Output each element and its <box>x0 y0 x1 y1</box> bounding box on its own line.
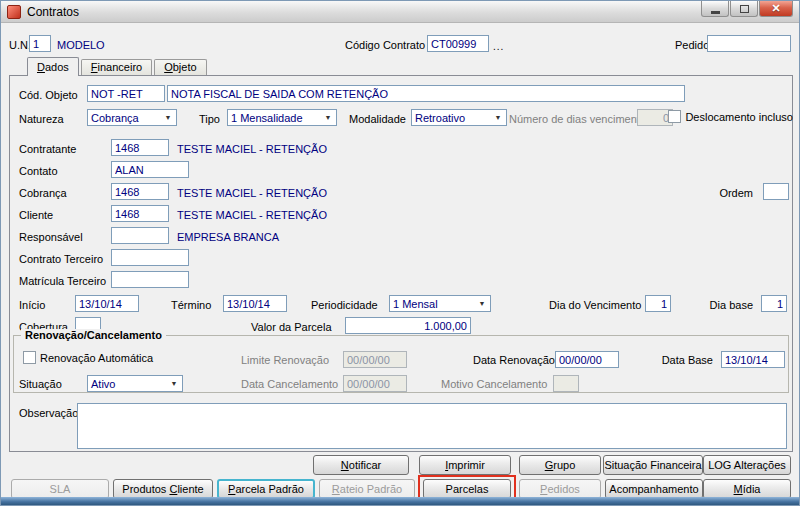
natureza-select[interactable]: Cobrança ▼ <box>87 109 177 126</box>
pedidos-button: Pedidos <box>519 479 601 499</box>
situacao-select[interactable]: Ativo ▼ <box>87 375 183 392</box>
situacao-financeira-button[interactable]: Situação Financeira <box>603 455 703 475</box>
periodicidade-select[interactable]: 1 Mensal ▼ <box>389 295 491 312</box>
tab-dados[interactable]: Dados <box>27 57 79 76</box>
data-renovacao-field[interactable] <box>555 351 619 368</box>
app-icon <box>7 5 21 19</box>
window-title: Contratos <box>27 5 79 19</box>
tipo-label: Tipo <box>199 113 220 125</box>
cod-objeto-code-field[interactable] <box>87 85 165 102</box>
motivo-cancelamento-field <box>553 375 579 392</box>
cliente-name: TESTE MACIEL - RETENÇÃO <box>177 209 327 221</box>
limite-renovacao-label: Limite Renovação <box>241 354 329 366</box>
grupo-button[interactable]: Grupo <box>519 455 601 475</box>
modalidade-label: Modalidade <box>349 113 406 125</box>
responsavel-name: EMPRESA BRANCA <box>177 231 279 243</box>
renovacao-automatica-label: Renovação Automática <box>40 352 153 364</box>
natureza-label: Natureza <box>19 113 64 125</box>
produtos-cliente-button[interactable]: Produtos Cliente <box>113 479 213 499</box>
periodicidade-value: 1 Mensal <box>393 298 438 310</box>
chevron-down-icon: ▼ <box>168 376 180 391</box>
tab-financeiro[interactable]: Financeiro <box>81 59 152 75</box>
minimize-icon <box>711 11 720 14</box>
valor-parcela-field[interactable] <box>345 317 471 334</box>
modalidade-value: Retroativo <box>415 112 465 124</box>
cliente-label: Cliente <box>19 209 53 221</box>
pedido-label: Pedido <box>675 39 709 51</box>
notificar-button[interactable]: Notificar <box>313 455 409 475</box>
tab-objeto[interactable]: Objeto <box>154 59 206 75</box>
codigo-contrato-lookup-button[interactable]: ... <box>493 41 504 52</box>
maximize-button[interactable] <box>730 1 758 17</box>
acompanhamento-button[interactable]: Acompanhamento <box>605 479 703 499</box>
tipo-select[interactable]: 1 Mensalidade ▼ <box>227 109 337 126</box>
dia-vencimento-label: Dia do Vencimento <box>549 299 641 311</box>
midia-button[interactable]: Mídia <box>703 479 791 499</box>
ordem-field[interactable] <box>763 183 789 200</box>
cod-objeto-desc-field[interactable] <box>167 85 685 102</box>
data-cancelamento-field <box>343 375 407 392</box>
cobranca-code-field[interactable] <box>111 183 169 200</box>
cobranca-name: TESTE MACIEL - RETENÇÃO <box>177 187 327 199</box>
cod-objeto-label: Cód. Objeto <box>19 89 78 101</box>
ordem-label: Ordem <box>719 187 753 199</box>
sla-button: SLA <box>11 479 109 499</box>
contrato-terceiro-field[interactable] <box>111 249 189 266</box>
modalidade-select[interactable]: Retroativo ▼ <box>411 109 507 126</box>
data-base-label: Data Base <box>662 354 713 366</box>
deslocamento-incluso-group: Deslocamento incluso <box>668 110 793 123</box>
termino-field[interactable] <box>223 295 287 312</box>
limite-renovacao-field <box>343 351 407 368</box>
log-alteracoes-button[interactable]: LOG Alterações <box>703 455 791 475</box>
maximize-icon <box>740 5 749 13</box>
periodicidade-label: Periodicidade <box>311 299 378 311</box>
dia-base-label: Dia base <box>710 299 753 311</box>
un-description: MODELO <box>57 39 105 51</box>
renovacao-automatica-group: Renovação Automática <box>23 351 153 364</box>
contato-label: Contato <box>19 165 58 177</box>
close-icon: ✕ <box>771 3 780 14</box>
tipo-value: 1 Mensalidade <box>231 112 303 124</box>
renovacao-automatica-checkbox[interactable] <box>23 351 36 364</box>
natureza-value: Cobrança <box>91 112 139 124</box>
observacao-label: Observação <box>19 407 78 419</box>
chevron-down-icon: ▼ <box>322 110 334 125</box>
pedido-field[interactable] <box>707 35 791 52</box>
chevron-down-icon: ▼ <box>492 110 504 125</box>
responsavel-code-field[interactable] <box>111 227 169 244</box>
un-field[interactable] <box>29 35 51 52</box>
situacao-label: Situação <box>19 378 62 390</box>
observacao-textarea[interactable] <box>77 403 787 449</box>
dia-vencimento-field[interactable] <box>645 295 671 312</box>
data-cancelamento-label: Data Cancelamento <box>241 378 338 390</box>
close-button[interactable]: ✕ <box>759 1 793 17</box>
responsavel-label: Responsável <box>19 231 83 243</box>
window-bottom-border <box>1 497 799 505</box>
contato-field[interactable] <box>111 161 189 178</box>
chevron-down-icon: ▼ <box>476 296 488 311</box>
matricula-terceiro-field[interactable] <box>111 271 189 288</box>
contratante-label: Contratante <box>19 143 76 155</box>
un-label: U.N. <box>9 39 31 51</box>
rateio-padrao-button: Rateio Padrão <box>319 479 415 499</box>
contratante-code-field[interactable] <box>111 139 169 156</box>
tab-bar: Dados Financeiro Objeto <box>27 57 209 76</box>
parcela-padrao-button[interactable]: Parcela Padrão <box>217 479 315 499</box>
contratante-name: TESTE MACIEL - RETENÇÃO <box>177 143 327 155</box>
codigo-contrato-label: Código Contrato <box>345 39 425 51</box>
inicio-field[interactable] <box>75 295 139 312</box>
matricula-terceiro-label: Matrícula Terceiro <box>19 275 106 287</box>
cliente-code-field[interactable] <box>111 205 169 222</box>
renovacao-group-title: Renovação/Cancelamento <box>21 329 166 341</box>
minimize-button[interactable] <box>701 1 729 17</box>
imprimir-button[interactable]: Imprimir <box>419 455 511 475</box>
contratos-window: Contratos ✕ U.N. MODELO Código Contrato … <box>0 0 800 506</box>
codigo-contrato-field[interactable] <box>427 35 489 52</box>
deslocamento-incluso-checkbox[interactable] <box>668 110 681 123</box>
dia-base-field[interactable] <box>761 295 787 312</box>
contrato-terceiro-label: Contrato Terceiro <box>19 253 103 265</box>
data-base-field[interactable] <box>721 351 785 368</box>
chevron-down-icon: ▼ <box>162 110 174 125</box>
inicio-label: Início <box>19 299 45 311</box>
caption-buttons: ✕ <box>701 1 793 17</box>
